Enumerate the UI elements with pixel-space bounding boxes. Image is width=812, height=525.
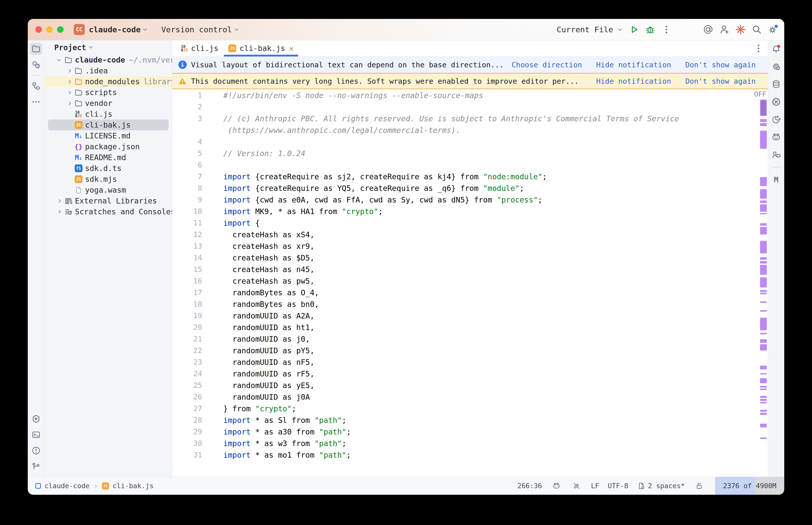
line-number[interactable]: 28 xyxy=(172,416,223,424)
editor-tab-cli-js[interactable]: 100JScli.js xyxy=(176,40,223,56)
line-number[interactable]: 31 xyxy=(172,451,223,459)
code-area[interactable]: 1#!/usr/bin/env -S node --no-warnings --… xyxy=(172,89,759,477)
play-button[interactable] xyxy=(628,24,640,35)
tree-item-scripts[interactable]: scripts xyxy=(44,87,172,98)
indent-widget[interactable]: 2 spaces* xyxy=(637,482,685,490)
line-number[interactable]: 9 xyxy=(172,195,223,204)
tree-item--idea[interactable]: .idea xyxy=(44,65,172,76)
tree-item-external-libraries[interactable]: External Libraries xyxy=(44,195,172,206)
line-number[interactable]: 8 xyxy=(172,184,223,192)
line-number[interactable]: 20 xyxy=(172,323,223,332)
tree-expand-chevron[interactable] xyxy=(64,70,74,72)
add-user-button[interactable] xyxy=(719,24,730,35)
line-number[interactable]: 10 xyxy=(172,207,223,215)
memory-indicator[interactable]: 2376 of 4900M xyxy=(715,477,784,495)
line-number[interactable]: 12 xyxy=(172,230,223,239)
line-number[interactable]: 25 xyxy=(172,381,223,390)
tool-window-button-markdown[interactable]: M xyxy=(770,174,782,185)
tree-item-scratches-and-consoles[interactable]: Scratches and Consoles xyxy=(44,206,172,217)
line-number[interactable]: 7 xyxy=(172,172,223,181)
tree-item-sdk-mjs[interactable]: JSsdk.mjs xyxy=(44,174,172,184)
caret-position-widget[interactable]: 266:36 xyxy=(517,482,542,490)
tree-expand-chevron[interactable] xyxy=(55,58,63,62)
tool-window-button-notifications[interactable] xyxy=(770,43,782,55)
search-button[interactable] xyxy=(751,24,763,35)
debug-button[interactable] xyxy=(645,24,656,35)
line-number[interactable]: 27 xyxy=(172,404,223,413)
line-number[interactable]: 22 xyxy=(172,346,223,355)
line-number[interactable]: 13 xyxy=(172,242,223,250)
tool-window-button-more[interactable] xyxy=(30,96,42,108)
highlighting-level-label[interactable]: OFF xyxy=(754,90,766,98)
tree-expand-chevron[interactable] xyxy=(64,91,74,94)
line-number[interactable]: 2 xyxy=(172,103,223,111)
line-number[interactable]: 29 xyxy=(172,427,223,436)
no-inspections-icon[interactable] xyxy=(571,480,582,492)
tree-item-license-md[interactable]: M↓LICENSE.md xyxy=(44,130,172,141)
tree-expand-chevron[interactable] xyxy=(55,200,63,202)
tool-window-button-dependencies[interactable] xyxy=(770,114,782,125)
breadcrumb-file[interactable]: cli-bak.js xyxy=(113,482,154,490)
tree-item-sdk-d-ts[interactable]: TSsdk.d.ts xyxy=(44,163,172,174)
tool-window-button-x-plugin[interactable] xyxy=(770,96,782,108)
tool-window-button-git[interactable] xyxy=(30,461,42,472)
banner-link-don-t-show-again[interactable]: Don't show again xyxy=(685,61,756,69)
line-number[interactable]: 1 xyxy=(172,91,223,100)
tool-window-button-problems[interactable] xyxy=(30,445,42,457)
tree-item-cli-bak-js[interactable]: JScli-bak.js xyxy=(48,120,168,130)
unlock-icon[interactable] xyxy=(693,480,705,492)
line-number[interactable]: 4 xyxy=(172,137,223,146)
line-number[interactable]: 5 xyxy=(172,149,223,158)
claude-button[interactable] xyxy=(735,24,747,35)
tree-item-yoga-wasm[interactable]: yoga.wasm xyxy=(44,184,172,195)
scrollbar-thumb[interactable] xyxy=(761,100,766,116)
copilot-status-icon[interactable] xyxy=(550,480,562,492)
minimize-window-button[interactable] xyxy=(46,26,53,33)
line-ending-widget[interactable]: LF xyxy=(591,482,599,490)
tool-window-button-terminal[interactable] xyxy=(30,429,42,441)
tree-item-node-modules[interactable]: node_moduleslibrary xyxy=(44,76,172,87)
line-number[interactable]: 3 xyxy=(172,114,223,123)
line-number[interactable]: 24 xyxy=(172,370,223,378)
tab-options-button[interactable] xyxy=(753,43,764,54)
project-widget[interactable]: claude-code xyxy=(89,25,141,34)
tool-window-button-database[interactable] xyxy=(770,78,782,90)
banner-link-hide-notification[interactable]: Hide notification xyxy=(596,61,671,69)
close-tab-icon[interactable]: × xyxy=(289,44,294,53)
tree-item-package-json[interactable]: {}package.json xyxy=(44,141,172,152)
editor-scrollbar[interactable] xyxy=(759,89,768,477)
tool-window-button-services[interactable] xyxy=(30,413,42,425)
tool-window-button-ai-assistant[interactable] xyxy=(770,61,782,73)
line-number[interactable]: 17 xyxy=(172,288,223,297)
tool-window-button-structure[interactable] xyxy=(30,80,42,92)
tree-expand-chevron[interactable] xyxy=(55,211,63,213)
line-number[interactable]: 14 xyxy=(172,253,223,262)
project-panel-header[interactable]: Project xyxy=(44,40,172,55)
line-number[interactable]: 21 xyxy=(172,335,223,343)
tool-window-button-project[interactable] xyxy=(30,43,42,55)
tree-expand-chevron[interactable] xyxy=(64,80,74,83)
settings-button[interactable] xyxy=(767,24,779,35)
zoom-window-button[interactable] xyxy=(57,26,63,33)
tool-window-button-code-with-me[interactable] xyxy=(770,149,782,161)
tree-item-vendor[interactable]: vendor xyxy=(44,98,172,109)
line-number[interactable]: 19 xyxy=(172,311,223,320)
tool-window-button-copilot[interactable] xyxy=(770,131,782,143)
close-window-button[interactable] xyxy=(35,26,42,33)
line-number[interactable]: 26 xyxy=(172,393,223,401)
tree-item-cli-js[interactable]: 100JScli.js xyxy=(44,109,172,120)
editor-tab-cli-bak-js[interactable]: JScli-bak.js× xyxy=(223,40,298,56)
line-number[interactable]: 23 xyxy=(172,358,223,366)
banner-link-don-t-show-again[interactable]: Don't show again xyxy=(685,77,756,86)
line-number[interactable]: 16 xyxy=(172,276,223,285)
line-number[interactable]: 30 xyxy=(172,439,223,448)
line-number[interactable]: 11 xyxy=(172,219,223,227)
encoding-widget[interactable]: UTF-8 xyxy=(608,482,628,490)
banner-link-choose-direction[interactable]: Choose direction xyxy=(512,61,582,69)
vcs-widget[interactable]: Version control xyxy=(161,25,232,34)
tree-item-readme-md[interactable]: M↓README.md xyxy=(44,152,172,163)
line-number[interactable]: 6 xyxy=(172,161,223,169)
run-configuration-selector[interactable]: Current File xyxy=(557,25,613,34)
more-vertical-button[interactable] xyxy=(661,24,672,35)
breadcrumb-project[interactable]: claude-code xyxy=(44,482,90,490)
